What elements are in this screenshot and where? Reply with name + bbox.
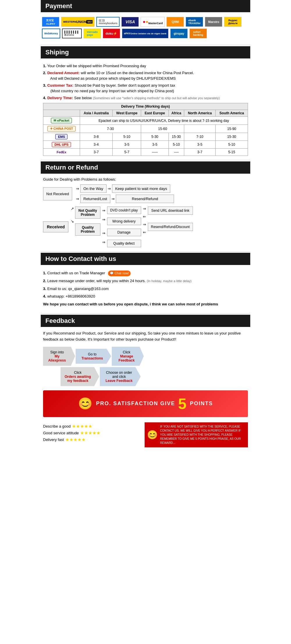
chat-badge: 💬 Chat now! bbox=[108, 271, 131, 276]
resend-refund-box: Resend/Refund bbox=[116, 195, 174, 203]
logo-doku: doku⚡ bbox=[103, 29, 120, 38]
logo-mastercard: ●●MasterCard bbox=[141, 17, 165, 27]
arrow-r3: ⇒ bbox=[143, 222, 146, 227]
carrier-ems: EMS bbox=[43, 133, 80, 141]
right-text: IF YOU ARE NOT SATISFIED WITH THE SERVIC… bbox=[160, 425, 246, 445]
declared-amount-label: Declared Amount: bbox=[47, 71, 79, 75]
logo-qiwi: QIWI bbox=[166, 17, 184, 27]
ratings-right: 😊 IF YOU ARE NOT SATISFIED WITH THE SERV… bbox=[145, 422, 248, 447]
col-africa: Africa bbox=[168, 110, 184, 117]
logo-webmoney: WebMoney bbox=[42, 29, 60, 38]
ems-africa: 15-30 bbox=[168, 133, 184, 141]
shipping-point-3: 3. Customer Tax: Should be Paid by buyer… bbox=[43, 83, 248, 94]
step-3-manage-feedback: ClickManageFeedback bbox=[112, 347, 144, 366]
chinapost-na bbox=[184, 125, 216, 133]
logo-bank-transfer: ebankTRANSfer bbox=[186, 17, 203, 27]
arrow-qp-1: ⇒ bbox=[102, 231, 105, 235]
contact-point-1: 1. Contact with us on Trade Manager 💬 Ch… bbox=[43, 270, 248, 276]
chinapost-east-africa: 15-60 bbox=[141, 125, 184, 133]
dvd-box: DVD couldn't play bbox=[107, 207, 141, 214]
logo-western-union: WESTERNUNION WU bbox=[61, 17, 95, 27]
keep-patient-box: Keep patient to wait more days bbox=[112, 184, 171, 193]
arrow-nr-3: ⇒ bbox=[76, 197, 79, 201]
row-epacket: ✉ ePacket Epacket can ship to USA/AU/UK/… bbox=[43, 117, 248, 125]
ems-asia: 3-8 bbox=[80, 133, 113, 141]
return-refund-header: Return or Refund bbox=[41, 161, 250, 174]
logo-alipay: 支付宝ALIPAY bbox=[42, 17, 59, 27]
row-fedex: FedEx 3-7 5-7 ----- ---- 3-7 5-15 bbox=[43, 149, 248, 156]
col-west-europe: West Europe bbox=[113, 110, 141, 117]
quality-problem-box: QualityProblem bbox=[75, 223, 100, 236]
nr-branch-1: ⇒ On the Way ⇒ Keep patient to wait more… bbox=[76, 184, 174, 193]
chinapost-asia: 7-30 bbox=[80, 125, 141, 133]
arrow-nr-2: ⇒ bbox=[108, 186, 111, 191]
epacket-note: Epacket can ship to USA/AU/UK/FR/UA/CA, … bbox=[80, 117, 248, 125]
feedback-steps-row2: ClickOrders awaitingmy feedback Choose o… bbox=[61, 367, 248, 386]
satisfaction-banner: 😊 PRO. SATISFACTION GIVE 5 POINTS bbox=[43, 390, 248, 417]
arrow-qp-2: ⇒ bbox=[102, 240, 105, 244]
feedback-content: If you Recommand our Product, our Servic… bbox=[41, 329, 250, 453]
rating-label-3: Delivery fast bbox=[43, 437, 64, 442]
arrow-nr-4: ⇒ bbox=[111, 197, 115, 201]
arrow-r2: ⇐ bbox=[143, 214, 146, 219]
feedback-header: Feedback bbox=[41, 315, 250, 327]
send-url-box: Send URL download link bbox=[148, 207, 193, 215]
rating-row-2: Good service attitude ★★★★★ bbox=[43, 430, 142, 436]
feedback-intro: If you Recommand our Product, our Servic… bbox=[43, 330, 248, 343]
ratings-left: Describe a good ★★★★★ Good service attit… bbox=[43, 422, 142, 447]
delivery-table-header: Delivery Time (Working days) bbox=[43, 103, 248, 110]
damage-box: Damage bbox=[107, 229, 141, 236]
dhl-west: 3-5 bbox=[113, 141, 141, 149]
logo-moneybookers: ((( )))moneybookers bbox=[96, 17, 120, 27]
nqp-arrows: ⇒ ⇒ bbox=[102, 208, 105, 222]
col-south-america: South America bbox=[216, 110, 248, 117]
received-branch-arrows: ↗ ↘ bbox=[71, 207, 74, 223]
smiley-small-icon: 😊 bbox=[147, 428, 158, 441]
logo-mercado-pago: mercadopago bbox=[84, 29, 101, 38]
fedex-west: 5-7 bbox=[113, 149, 141, 156]
contact-header: How to Contact with us bbox=[41, 253, 250, 265]
logo-sofort: sofortbanking bbox=[189, 29, 207, 38]
carrier-chinapost: ✈ CHINA POST bbox=[43, 125, 80, 133]
fedex-africa: ---- bbox=[168, 149, 184, 156]
right-arrows-col: ⇒ ⇐ ⇒ ⇐ bbox=[143, 207, 146, 234]
return-section-content: Guide for Dealing with Problems as follo… bbox=[41, 176, 250, 250]
outcomes-col: Send URL download link Resend/Refund/Dis… bbox=[148, 207, 193, 231]
not-received-box: Not Received bbox=[43, 187, 72, 200]
delivery-time-label: Delivery Time: bbox=[47, 96, 73, 100]
received-box: Received bbox=[43, 221, 68, 232]
contact-section: How to Contact with us 1. Contact with u… bbox=[41, 253, 250, 312]
carrier-fedex: FedEx bbox=[43, 149, 80, 156]
col-north-america: North America bbox=[184, 110, 216, 117]
ratings-section: Describe a good ★★★★★ Good service attit… bbox=[43, 420, 248, 450]
fedex-asia: 3-7 bbox=[80, 149, 113, 156]
dhl-east: 3-5 bbox=[141, 141, 168, 149]
quality-defect-box: Quality defect bbox=[107, 240, 141, 247]
holiday-note: (In holiday, maybe a little delay) bbox=[147, 279, 191, 283]
returned-lost-box: Returned/Lost bbox=[80, 195, 111, 203]
logo-maestro: Maestro bbox=[205, 17, 222, 27]
logo-boleto: ▌▌▌▌▌▌▌Boleto bbox=[62, 29, 82, 38]
rating-label-1: Describe a good bbox=[43, 424, 71, 428]
arrow-recv-top: ↗ bbox=[71, 207, 74, 211]
logo-yandex: ЯндексДеньги bbox=[224, 17, 242, 27]
ems-west: 5-10 bbox=[113, 133, 141, 141]
feedback-steps-row1: Sign intoMyAliexpress Go toTransactions … bbox=[43, 347, 248, 366]
contact-point-2: 2. Leave message under order, will reply… bbox=[43, 278, 248, 284]
logo-giropay: giropay bbox=[170, 29, 188, 38]
arrow-1 bbox=[73, 191, 74, 196]
dhl-sa: 5-10 bbox=[216, 141, 248, 149]
not-received-flow: Not Received ⇒ On the Way ⇒ Keep patient… bbox=[43, 184, 248, 203]
chinapost-sa: 15-90 bbox=[216, 125, 248, 133]
logo-visa: VISA bbox=[121, 17, 139, 27]
contact-point-3: 3. Email to us: qx_qianxiang@163.com bbox=[43, 286, 248, 292]
contact-point-4: 4. whatsapp: +8618968063920 bbox=[43, 293, 248, 300]
step-2-go-to-transactions: Go toTransactions bbox=[76, 349, 111, 364]
stars-2: ★★★★★ bbox=[80, 430, 100, 436]
shipping-content: 1. Your Order will be shipped within Pro… bbox=[41, 61, 250, 159]
nr-branches: ⇒ On the Way ⇒ Keep patient to wait more… bbox=[76, 184, 174, 203]
qp-arrows: ⇒ ⇒ bbox=[102, 231, 105, 244]
contact-content: 1. Contact with us on Trade Manager 💬 Ch… bbox=[41, 267, 250, 312]
payment-header: Payment bbox=[41, 0, 250, 12]
shipping-header: Shiping bbox=[41, 46, 250, 58]
